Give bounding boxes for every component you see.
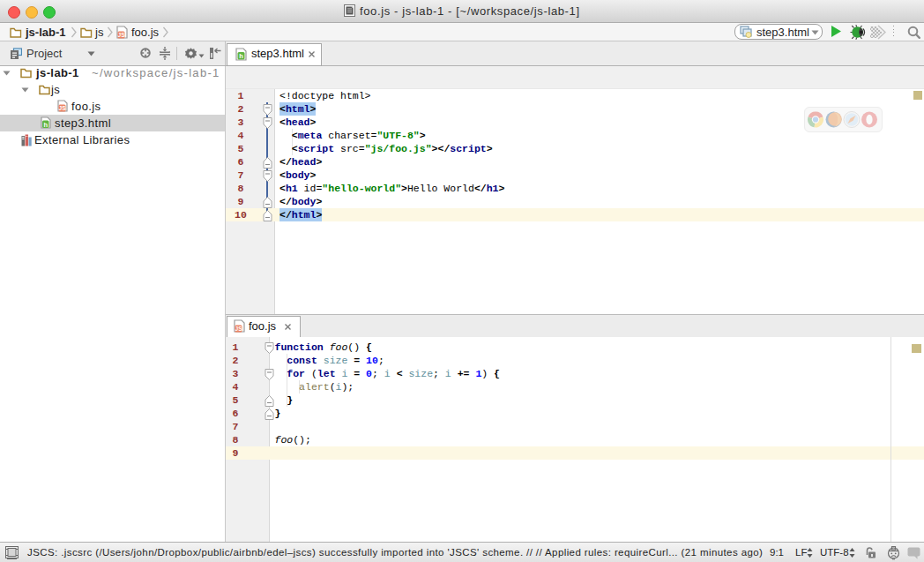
svg-text:h: h <box>239 52 243 60</box>
svg-text:JS: JS <box>118 32 126 38</box>
svg-text:JS: JS <box>235 326 243 332</box>
svg-text:h: h <box>44 121 48 129</box>
svg-text:JS: JS <box>59 105 67 111</box>
